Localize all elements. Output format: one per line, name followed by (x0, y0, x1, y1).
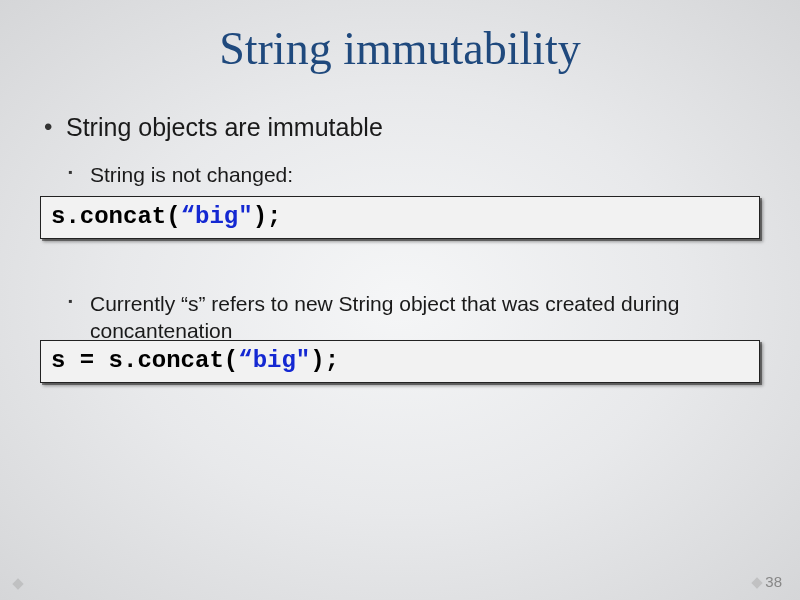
code-string-literal: “big" (238, 347, 310, 374)
bullet-level1: String objects are immutable (40, 113, 760, 142)
code-box-2: s = s.concat(“big"); (40, 340, 760, 383)
slide-content: String objects are immutable String is n… (0, 85, 800, 383)
code-string-literal: “big" (181, 203, 253, 230)
decoration-icon (12, 578, 23, 589)
bullet-level2: String is not changed: (62, 162, 760, 188)
block-1: String is not changed: s.concat(“big"); (40, 162, 760, 239)
slide: String immutability String objects are i… (0, 0, 800, 600)
block-2: Currently “s” refers to new String objec… (40, 291, 760, 383)
slide-title: String immutability (0, 0, 800, 85)
code-box-1: s.concat(“big"); (40, 196, 760, 239)
code-text: s = s.concat( (51, 347, 238, 374)
bullet-level2: Currently “s” refers to new String objec… (62, 291, 742, 344)
code-text: ); (253, 203, 282, 230)
page-number: 38 (753, 573, 782, 590)
code-text: ); (310, 347, 339, 374)
code-text: s.concat( (51, 203, 181, 230)
